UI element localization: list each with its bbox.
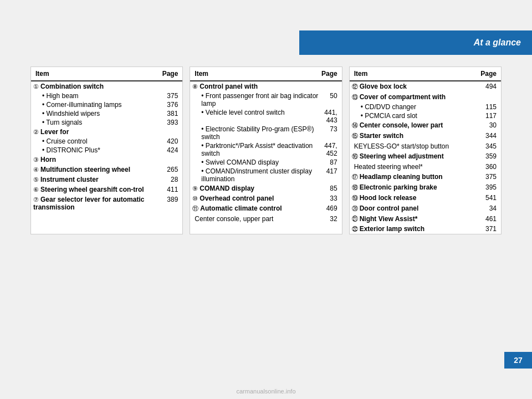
section-page: 395 [481, 183, 497, 191]
watermark: carmanualsonline.info [0, 388, 532, 395]
circle-num: ⑧ [192, 83, 198, 90]
bullet-page: 117 [481, 112, 497, 120]
section-label-text: COMAND display [200, 185, 254, 192]
section-row: ⑨COMAND display85 [190, 183, 341, 193]
bullet-text: • Vehicle level control switch [201, 109, 321, 116]
bullet-row: • CD/DVD changer115 [350, 103, 501, 111]
section-page: 461 [481, 215, 497, 223]
col2-header-item: Item [195, 70, 208, 78]
circle-num: ③ [33, 156, 39, 163]
bullet-row: • Turn signals393 [31, 118, 182, 127]
circle-num: ㉑ [352, 216, 358, 222]
circle-num: ⑥ [33, 186, 39, 193]
col3-header: Item Page [350, 67, 501, 81]
section-row: ⑮Starter switch344 [350, 131, 501, 141]
section-row: ⑱Electronic parking brake395 [350, 182, 501, 193]
bullet-page: 393 [162, 119, 178, 126]
bullet-text: • Parktronic*/Park Assist* deactivation … [201, 142, 321, 157]
section-label: Heated steering wheel* [354, 163, 481, 171]
section-label: ⑪Automatic climate control [192, 204, 321, 213]
bullet-text: • Electronic Stability Pro-gram (ESP®) s… [201, 125, 321, 141]
bullet-text: • DISTRONIC Plus* [42, 146, 162, 154]
section-label-text: Horn [40, 156, 56, 163]
section-row: ⑫Glove box lock494 [350, 81, 501, 92]
section-label-text: Gear selector lever for automatic transm… [33, 196, 144, 211]
col1-header-item: Item [35, 70, 49, 78]
section-page: 30 [481, 121, 497, 129]
section-label: ⑮Starter switch [352, 132, 481, 140]
section-label: ㉑Night View Assist* [352, 215, 481, 223]
circle-num: ⑳ [352, 205, 358, 212]
bullet-page: 441, 443 [322, 109, 337, 124]
bullet-text: • Windshield wipers [42, 110, 162, 117]
section-row: ①Combination switch [31, 81, 182, 91]
section-row: ⑯Steering wheel adjustment359 [350, 151, 501, 162]
circle-num: ⑤ [33, 176, 39, 183]
section-page: 32 [322, 215, 337, 223]
section-page: 28 [162, 176, 178, 183]
section-label: ⑫Glove box lock [352, 83, 481, 91]
circle-num: ⑪ [192, 205, 198, 212]
section-label: ⑩Overhead control panel [192, 195, 321, 202]
section-page: 344 [481, 132, 497, 140]
section-label: ⑱Electronic parking brake [352, 183, 481, 192]
section-label: ⑧Control panel with [192, 83, 337, 90]
circle-num: ⑮ [352, 132, 358, 139]
section-label-text: Lever for [40, 128, 69, 136]
section-label-text: Glove box lock [360, 83, 407, 90]
section-label-text: Electronic parking brake [360, 183, 437, 191]
bullet-row: • Windshield wipers381 [31, 109, 182, 118]
section-row: ⑪Automatic climate control469 [190, 203, 341, 214]
bullet-page: 420 [162, 137, 178, 145]
bullet-text: • Corner-illuminating lamps [42, 101, 162, 109]
table-col-3: Item Page ⑫Glove box lock494⑬Cover of co… [349, 66, 502, 234]
bullet-row: • COMAND/instrument cluster display illu… [190, 167, 341, 183]
bullet-page: 424 [162, 146, 178, 154]
circle-num: ⑱ [352, 184, 358, 191]
section-label-text: Combination switch [40, 83, 104, 90]
section-page: 265 [162, 166, 178, 173]
section-row: ⑩Overhead control panel33 [190, 193, 341, 203]
table-col-2: Item Page ⑧Control panel with• Front pas… [190, 66, 342, 234]
section-row: ⑧Control panel with [190, 81, 341, 91]
section-label-text: Center console, lower part [360, 121, 443, 129]
bullet-row: • High beam375 [31, 91, 182, 100]
section-row: ⑳Door control panel34 [350, 203, 501, 214]
bullet-row: • Corner-illuminating lamps376 [31, 100, 182, 109]
section-label: ⑬Cover of compartment with [352, 93, 497, 101]
section-row: ⑭Center console, lower part30 [350, 120, 501, 131]
section-label: ⑯Steering wheel adjustment [352, 152, 481, 161]
bullet-page: 376 [162, 101, 178, 109]
circle-num: ⑬ [352, 94, 358, 100]
section-label: ②Lever for [33, 128, 178, 136]
section-row: KEYLESS-GO* start/stop button345 [350, 141, 501, 151]
col2-header: Item Page [190, 67, 341, 81]
circle-num: ⑦ [33, 196, 39, 203]
col1-header-page: Page [162, 70, 178, 78]
bullet-text: • Swivel COMAND display [201, 158, 321, 166]
section-page: 85 [322, 185, 337, 192]
section-row: ㉒Exterior lamp switch371 [350, 224, 501, 234]
section-label: ⑰Headlamp cleaning button [352, 173, 481, 181]
bullet-page: 50 [322, 92, 337, 100]
bullet-page: 73 [322, 125, 337, 133]
section-label-text: Steering wheel gearshift con-trol [40, 186, 144, 193]
main-content: Item Page ①Combination switch• High beam… [30, 66, 502, 234]
section-label: KEYLESS-GO* start/stop button [354, 142, 481, 150]
section-label: ①Combination switch [33, 83, 178, 90]
section-row: ⑲Hood lock release541 [350, 193, 501, 203]
section-label-text: Instrument cluster [40, 176, 99, 183]
section-label: ⑥Steering wheel gearshift con-trol [33, 186, 162, 193]
section-label-text: KEYLESS-GO* start/stop button [354, 142, 449, 150]
bullet-row: • Parktronic*/Park Assist* deactivation … [190, 141, 341, 158]
section-label: Center console, upper part [195, 215, 321, 223]
page-number: 27 [504, 352, 532, 369]
section-page: 469 [322, 204, 337, 212]
section-label: ④Multifunction steering wheel [33, 166, 162, 173]
bullet-row: • PCMCIA card slot117 [350, 111, 501, 120]
bullet-row: • Cruise control420 [31, 137, 182, 146]
section-row: Heated steering wheel*360 [350, 162, 501, 172]
section-label-text: Exterior lamp switch [360, 225, 424, 233]
bullet-row: • DISTRONIC Plus*424 [31, 146, 182, 155]
section-label: ㉒Exterior lamp switch [352, 225, 481, 233]
